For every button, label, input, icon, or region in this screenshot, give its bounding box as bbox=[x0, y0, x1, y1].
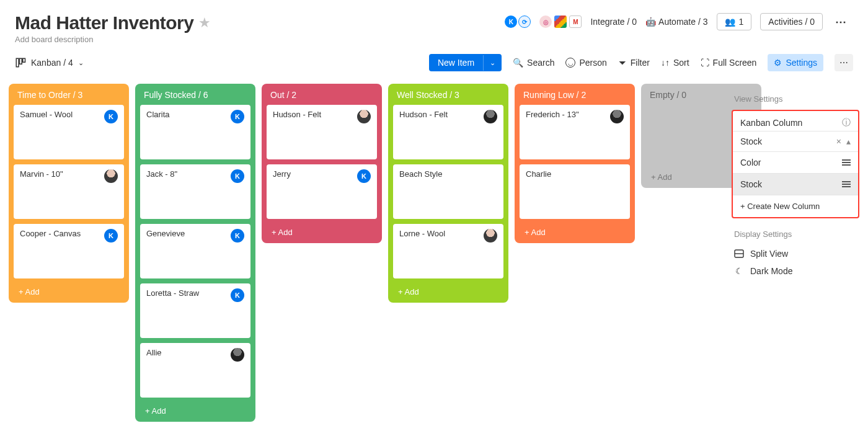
split-view-option[interactable]: Split View bbox=[732, 245, 859, 262]
clear-icon[interactable]: × bbox=[836, 136, 841, 146]
integration-icon-2[interactable]: ◎ bbox=[539, 16, 552, 28]
view-switcher[interactable]: Kanban / 4 ⌄ bbox=[15, 57, 84, 68]
drag-handle-icon[interactable] bbox=[842, 180, 851, 189]
avatar-k-icon[interactable]: K bbox=[231, 169, 244, 183]
kanban-card[interactable]: Cooper - CanvasK bbox=[14, 224, 124, 278]
add-card-button[interactable]: + Add bbox=[14, 283, 124, 303]
new-item-button[interactable]: New Item ⌄ bbox=[429, 54, 502, 71]
avatar-k-icon[interactable]: K bbox=[357, 169, 371, 183]
avatar[interactable] bbox=[484, 110, 497, 123]
settings-sidebar: View Settings Kanban Column ⓘ Stock ×▴ C… bbox=[732, 94, 859, 280]
info-icon[interactable]: ⓘ bbox=[842, 117, 851, 128]
split-view-icon bbox=[734, 249, 744, 259]
kanban-card[interactable]: Samuel - WoolK bbox=[14, 105, 124, 159]
avatar-k-icon[interactable]: K bbox=[104, 229, 118, 243]
filter-button[interactable]: ⏷Filter bbox=[618, 58, 650, 68]
display-settings-label: Display Settings bbox=[734, 229, 859, 239]
avatar[interactable] bbox=[610, 110, 624, 123]
toolbar-more-icon[interactable]: ⋯ bbox=[835, 54, 853, 71]
fullscreen-icon: ⛶ bbox=[701, 58, 709, 68]
filter-icon: ⏷ bbox=[618, 58, 627, 68]
avatar-k-icon[interactable]: K bbox=[231, 229, 244, 243]
kanban-card[interactable]: Loretta - StrawK bbox=[140, 283, 250, 338]
board-title[interactable]: Mad Hatter Inventory bbox=[15, 12, 193, 33]
kanban-card[interactable]: JerryK bbox=[267, 164, 377, 219]
more-menu-icon[interactable]: ⋯ bbox=[831, 12, 851, 31]
kanban-column-select[interactable]: Stock ×▴ bbox=[733, 131, 858, 151]
avatar[interactable] bbox=[104, 169, 118, 183]
members-button[interactable]: 👥1 bbox=[717, 13, 752, 30]
avatar[interactable] bbox=[357, 110, 371, 123]
kanban-card[interactable]: GenevieveK bbox=[140, 224, 250, 278]
add-card-button[interactable]: + Add bbox=[140, 403, 250, 422]
card-title: Genevieve bbox=[146, 229, 185, 238]
kanban-card[interactable]: Charlie bbox=[520, 164, 630, 219]
column-header[interactable]: Well Stocked / 3 bbox=[393, 89, 503, 105]
kanban-column: Out / 2Hudson - FeltJerryK+ Add bbox=[262, 84, 382, 243]
new-item-label: New Item bbox=[429, 54, 483, 71]
activities-button[interactable]: Activities / 0 bbox=[760, 13, 823, 30]
kanban-column-label: Kanban Column bbox=[740, 118, 802, 128]
option-label: Stock bbox=[740, 179, 762, 189]
gmail-icon[interactable]: M bbox=[569, 16, 582, 28]
card-title: Jack - 8" bbox=[146, 169, 177, 179]
moon-icon: ☾ bbox=[734, 266, 744, 276]
integrate-link[interactable]: Integrate / 0 bbox=[590, 17, 637, 27]
card-title: Allie bbox=[146, 348, 162, 357]
toolbar-right: New Item ⌄ 🔍Search ◡Person ⏷Filter ↓↑Sor… bbox=[429, 54, 853, 71]
avatar-k-icon[interactable]: K bbox=[505, 16, 517, 28]
kanban-card[interactable]: ClaritaK bbox=[140, 105, 250, 159]
fullscreen-button[interactable]: ⛶Full Screen bbox=[701, 58, 757, 68]
add-card-button[interactable]: + Add bbox=[267, 224, 377, 243]
dark-mode-option[interactable]: ☾ Dark Mode bbox=[732, 262, 859, 280]
add-card-button[interactable]: + Add bbox=[393, 283, 503, 303]
kanban-icon bbox=[15, 57, 26, 68]
column-header[interactable]: Fully Stocked / 6 bbox=[140, 89, 250, 105]
column-header[interactable]: Out / 2 bbox=[267, 89, 377, 105]
avatar[interactable] bbox=[484, 229, 497, 243]
chevron-down-icon[interactable]: ⌄ bbox=[483, 55, 502, 71]
card-title: Beach Style bbox=[399, 169, 442, 179]
board-header: Mad Hatter Inventory ★ Add board descrip… bbox=[0, 0, 868, 48]
avatar-k-icon[interactable]: K bbox=[231, 110, 244, 123]
board-description[interactable]: Add board description bbox=[15, 35, 211, 44]
kanban-card[interactable]: Jack - 8"K bbox=[140, 164, 250, 219]
automate-link[interactable]: 🤖Automate / 3 bbox=[645, 17, 707, 27]
favorite-star-icon[interactable]: ★ bbox=[198, 15, 211, 31]
kanban-column: Fully Stocked / 6ClaritaKJack - 8"KGenev… bbox=[135, 84, 255, 422]
search-button[interactable]: 🔍Search bbox=[513, 58, 554, 68]
settings-button[interactable]: ⚙Settings bbox=[768, 54, 823, 71]
card-title: Cooper - Canvas bbox=[20, 229, 81, 238]
svg-rect-0 bbox=[16, 58, 19, 67]
sort-button[interactable]: ↓↑Sort bbox=[661, 58, 689, 68]
avatar[interactable] bbox=[231, 348, 244, 362]
avatar-k-icon[interactable]: K bbox=[231, 288, 244, 302]
dark-mode-label: Dark Mode bbox=[750, 266, 792, 276]
card-title: Jerry bbox=[273, 169, 291, 179]
select-controls: ×▴ bbox=[836, 136, 851, 146]
integration-icon-1[interactable]: ⟳ bbox=[518, 16, 531, 28]
avatar-k-icon[interactable]: K bbox=[104, 110, 118, 123]
integration-icon-3[interactable] bbox=[554, 16, 567, 28]
kanban-card[interactable]: Marvin - 10" bbox=[14, 164, 124, 219]
kanban-card[interactable]: Beach Style bbox=[393, 164, 503, 219]
kanban-card[interactable]: Frederich - 13" bbox=[520, 105, 630, 159]
add-card-button[interactable]: + Add bbox=[520, 224, 630, 243]
integration-icons-2: ◎ M bbox=[539, 16, 582, 28]
column-option[interactable]: Color bbox=[733, 151, 858, 173]
chevron-up-icon[interactable]: ▴ bbox=[846, 136, 851, 146]
kanban-card[interactable]: Hudson - Felt bbox=[267, 105, 377, 159]
kanban-card[interactable]: Hudson - Felt bbox=[393, 105, 503, 159]
person-button[interactable]: ◡Person bbox=[565, 58, 606, 68]
column-option[interactable]: Stock bbox=[733, 173, 858, 195]
column-header[interactable]: Running Low / 2 bbox=[520, 89, 630, 105]
kanban-card[interactable]: Lorne - Wool bbox=[393, 224, 503, 278]
create-new-column[interactable]: + Create New Column bbox=[733, 195, 858, 217]
card-title: Loretta - Straw bbox=[146, 288, 199, 298]
selected-value: Stock bbox=[740, 136, 762, 146]
drag-handle-icon[interactable] bbox=[842, 158, 851, 167]
card-title: Charlie bbox=[526, 169, 551, 179]
kanban-card[interactable]: Allie bbox=[140, 343, 250, 398]
column-header[interactable]: Time to Order / 3 bbox=[14, 89, 124, 105]
robot-icon: 🤖 bbox=[645, 17, 656, 27]
